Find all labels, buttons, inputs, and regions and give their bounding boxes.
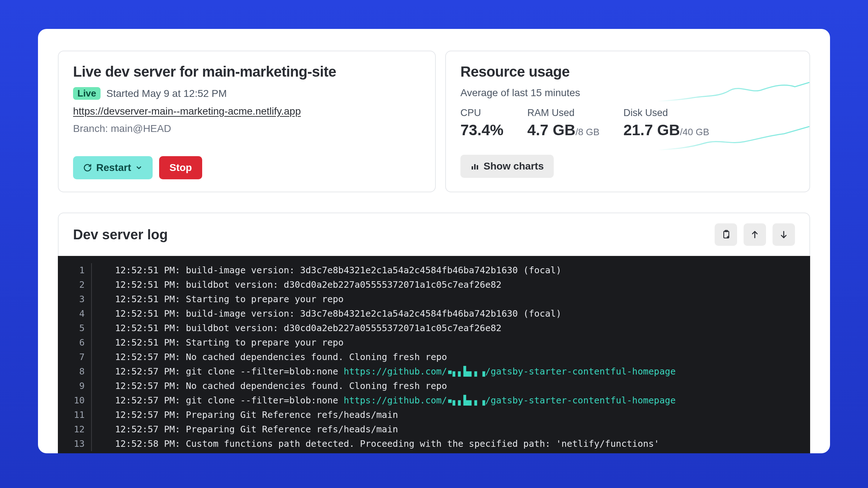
disk-label: Disk Used <box>624 107 709 119</box>
live-badge: Live <box>73 87 101 100</box>
cpu-label: CPU <box>460 107 503 119</box>
log-text: 12:52:57 PM: git clone --filter=blob:non… <box>92 364 676 379</box>
log-text: 12:52:57 PM: No cached dependencies foun… <box>92 350 447 364</box>
log-text: 12:52:58 PM: Custom functions path detec… <box>92 437 659 451</box>
resource-usage-card: Resource usage Average of last 15 minute… <box>445 51 810 192</box>
resource-title: Resource usage <box>460 64 795 80</box>
show-charts-label: Show charts <box>484 160 544 172</box>
log-body[interactable]: 112:52:51 PM: build-image version: 3d3c7… <box>58 256 810 453</box>
log-link[interactable]: https://github.com/▪▖▖▙▖▖▗/gatsby-starte… <box>344 366 676 377</box>
line-number: 8 <box>58 364 92 379</box>
top-row: Live dev server for main-marketing-site … <box>58 51 810 192</box>
line-number: 9 <box>58 379 92 393</box>
log-line: 1212:52:57 PM: Preparing Git Reference r… <box>58 422 810 437</box>
log-text: 12:52:51 PM: build-image version: 3d3c7e… <box>92 263 561 278</box>
log-text: 12:52:57 PM: No cached dependencies foun… <box>92 379 447 393</box>
log-actions <box>715 223 795 246</box>
started-text: Started May 9 at 12:52 PM <box>106 88 227 99</box>
svg-rect-0 <box>472 166 473 170</box>
show-charts-button[interactable]: Show charts <box>460 155 554 178</box>
resource-subtitle: Average of last 15 minutes <box>460 87 795 99</box>
line-number: 12 <box>58 422 92 437</box>
log-line: 612:52:51 PM: Starting to prepare your r… <box>58 335 810 350</box>
stop-button[interactable]: Stop <box>159 156 202 179</box>
arrow-down-icon <box>779 230 788 239</box>
chevron-down-icon <box>135 164 142 171</box>
main-container: Live dev server for main-marketing-site … <box>38 29 830 453</box>
stop-label: Stop <box>169 162 192 174</box>
line-number: 10 <box>58 393 92 408</box>
svg-rect-2 <box>477 165 478 170</box>
server-title: Live dev server for main-marketing-site <box>73 64 421 80</box>
log-line: 1312:52:58 PM: Custom functions path det… <box>58 437 810 451</box>
refresh-icon <box>83 163 92 172</box>
ram-value: 4.7 GB <box>527 121 575 138</box>
disk-metric: Disk Used 21.7 GB/40 GB <box>624 107 709 139</box>
log-line: 412:52:51 PM: build-image version: 3d3c7… <box>58 307 810 321</box>
line-number: 5 <box>58 321 92 335</box>
log-line: 912:52:57 PM: No cached dependencies fou… <box>58 379 810 393</box>
dev-server-log-section: Dev server log 112 <box>58 213 810 453</box>
log-line: 212:52:51 PM: buildbot version: d30cd0a2… <box>58 278 810 292</box>
status-row: Live Started May 9 at 12:52 PM <box>73 87 421 100</box>
bar-chart-icon <box>471 162 479 171</box>
log-header: Dev server log <box>58 213 810 256</box>
metrics-row: CPU 73.4% RAM Used 4.7 GB/8 GB Disk Used… <box>460 107 795 139</box>
restart-button[interactable]: Restart <box>73 156 153 179</box>
log-text: 12:52:57 PM: Preparing Git Reference ref… <box>92 422 398 437</box>
line-number: 2 <box>58 278 92 292</box>
cpu-value: 73.4% <box>460 121 503 139</box>
disk-total: /40 GB <box>680 127 709 137</box>
server-actions: Restart Stop <box>73 156 421 179</box>
line-number: 1 <box>58 263 92 278</box>
log-title: Dev server log <box>73 227 168 243</box>
clipboard-icon <box>721 230 731 240</box>
cpu-metric: CPU 73.4% <box>460 107 503 139</box>
log-line: 312:52:51 PM: Starting to prepare your r… <box>58 292 810 307</box>
restart-label: Restart <box>96 162 131 174</box>
log-line: 712:52:57 PM: No cached dependencies fou… <box>58 350 810 364</box>
dev-server-card: Live dev server for main-marketing-site … <box>58 51 436 192</box>
ram-total: /8 GB <box>575 127 599 137</box>
log-line: 1012:52:57 PM: git clone --filter=blob:n… <box>58 393 810 408</box>
log-line: 1112:52:57 PM: Preparing Git Reference r… <box>58 408 810 422</box>
log-line: 112:52:51 PM: build-image version: 3d3c7… <box>58 263 810 278</box>
server-url-link[interactable]: https://devserver-main--marketing-acme.n… <box>73 106 301 117</box>
scroll-top-button[interactable] <box>744 223 766 246</box>
disk-value: 21.7 GB <box>624 121 680 138</box>
scroll-bottom-button[interactable] <box>773 223 795 246</box>
line-number: 13 <box>58 437 92 451</box>
log-text: 12:52:51 PM: Starting to prepare your re… <box>92 335 344 350</box>
log-line: 512:52:51 PM: buildbot version: d30cd0a2… <box>58 321 810 335</box>
log-link[interactable]: https://github.com/▪▖▖▙▖▖▗/gatsby-starte… <box>344 395 676 406</box>
line-number: 11 <box>58 408 92 422</box>
log-text: 12:52:51 PM: buildbot version: d30cd0a2e… <box>92 321 502 335</box>
branch-text: Branch: main@HEAD <box>73 123 421 134</box>
log-text: 12:52:51 PM: Starting to prepare your re… <box>92 292 344 307</box>
ram-label: RAM Used <box>527 107 600 119</box>
line-number: 4 <box>58 307 92 321</box>
ram-metric: RAM Used 4.7 GB/8 GB <box>527 107 600 139</box>
arrow-up-icon <box>750 230 760 239</box>
line-number: 3 <box>58 292 92 307</box>
line-number: 6 <box>58 335 92 350</box>
line-number: 7 <box>58 350 92 364</box>
log-text: 12:52:57 PM: Preparing Git Reference ref… <box>92 408 398 422</box>
log-text: 12:52:57 PM: git clone --filter=blob:non… <box>92 393 676 408</box>
log-line: 812:52:57 PM: git clone --filter=blob:no… <box>58 364 810 379</box>
log-text: 12:52:51 PM: build-image version: 3d3c7e… <box>92 307 561 321</box>
svg-rect-1 <box>474 164 476 170</box>
copy-log-button[interactable] <box>715 223 737 246</box>
log-text: 12:52:51 PM: buildbot version: d30cd0a2e… <box>92 278 502 292</box>
